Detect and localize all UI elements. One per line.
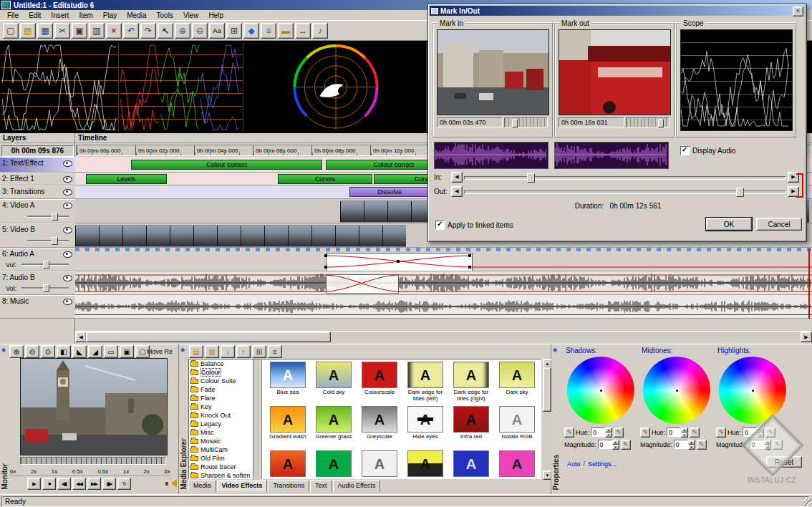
hue-picker-icon[interactable]: ✎ [614, 428, 624, 438]
hue-slider-icon[interactable]: ✎ [640, 428, 650, 438]
spin-down-icon[interactable]: ▼ [681, 433, 688, 438]
folder-item[interactable]: Knock Out [189, 411, 259, 420]
effect-tile[interactable]: A [494, 450, 540, 479]
dialog-title-bar[interactable]: Mark In/Out × [430, 6, 805, 16]
display-audio-checkbox[interactable] [680, 146, 690, 155]
hue-slider-icon[interactable]: ✎ [716, 428, 726, 438]
settings-link[interactable]: Settings... [588, 460, 617, 468]
grid-scrollbar[interactable]: ▲ ▼ [543, 359, 551, 479]
spin-up-icon[interactable]: ▲ [688, 440, 695, 445]
import-icon[interactable]: ↓ [221, 345, 235, 358]
visibility-eye-icon[interactable] [63, 189, 72, 195]
link-icon[interactable]: ↔ [295, 23, 311, 39]
hue-value[interactable]: 0 [591, 428, 605, 437]
monitor-scrub-bar[interactable] [20, 457, 166, 465]
visibility-eye-icon[interactable] [63, 299, 72, 305]
menu-item[interactable]: Edit [24, 11, 45, 20]
menu-item[interactable]: View [179, 11, 203, 20]
cancel-button[interactable]: Cancel [756, 218, 802, 231]
folder-item[interactable]: Colour Suite [189, 377, 259, 385]
visibility-eye-icon[interactable] [63, 203, 72, 209]
spin-up-icon[interactable]: ▲ [605, 428, 612, 433]
layer-slider[interactable] [27, 237, 69, 243]
grid-icon[interactable]: ⊞ [226, 23, 242, 39]
gradient-icon[interactable]: ◧ [57, 345, 71, 358]
ok-button[interactable]: OK [706, 218, 752, 231]
media-tab[interactable]: Media [188, 480, 216, 492]
spin-up-icon[interactable]: ▲ [681, 428, 688, 433]
redo-icon[interactable]: ↷ [140, 23, 156, 39]
magnitude-picker-icon[interactable]: ✎ [697, 440, 707, 450]
effect-tile[interactable]: A Dark edge for titles (right) [448, 362, 494, 406]
menu-item[interactable]: Help [204, 11, 228, 20]
folder-up-icon[interactable]: ▤ [189, 345, 203, 358]
visibility-eye-icon[interactable] [63, 275, 72, 281]
folder-item[interactable]: Route tracer [189, 463, 259, 471]
timeline-hscrollbar[interactable]: ◀ ▶ [75, 331, 812, 342]
effect-tile[interactable]: A [448, 450, 494, 479]
layer-row-music[interactable]: 8: Music [0, 295, 75, 319]
select-tool-icon[interactable]: ↖ [158, 23, 173, 39]
delete-icon[interactable]: × [106, 23, 122, 39]
hue-slider-icon[interactable]: ✎ [564, 428, 574, 438]
prev-frame-button[interactable]: ◀▮ [57, 478, 71, 490]
layer-row-video-b[interactable]: 5: Video B [0, 223, 75, 248]
clips-icon[interactable]: ▬ [278, 23, 294, 39]
zoom-in-icon[interactable]: ⊕ [9, 345, 24, 358]
mark-in-scrub[interactable] [504, 117, 548, 127]
scroll-right-icon[interactable]: ▶ [801, 332, 812, 342]
folder-item[interactable]: Colour [189, 368, 259, 377]
details-view-icon[interactable]: ≡ [268, 345, 282, 358]
menu-item[interactable]: Item [74, 11, 97, 20]
hue-spinner[interactable]: 0 ▲▼ [591, 428, 612, 437]
crop-icon[interactable]: ▭ [104, 345, 118, 358]
copy-icon[interactable]: ▣ [72, 23, 87, 39]
visibility-eye-icon[interactable] [63, 160, 72, 167]
media-tab[interactable]: Transitions [268, 480, 309, 492]
folder-item[interactable]: Legacy [189, 420, 259, 428]
spin-down-icon[interactable]: ▼ [605, 433, 612, 438]
spin-down-icon[interactable]: ▼ [688, 445, 695, 450]
timeline-clip[interactable]: Colour correct [131, 160, 322, 170]
zoom-out-icon[interactable]: ⊖ [25, 345, 39, 358]
color-wheel[interactable] [643, 357, 710, 424]
rewind-button[interactable]: ◀◀ [72, 478, 86, 490]
color-wheel[interactable] [719, 357, 786, 424]
magnitude-value[interactable]: 0 [598, 440, 612, 449]
effect-tile[interactable]: A [402, 450, 448, 479]
volume-slider[interactable] [21, 284, 69, 291]
save-icon[interactable]: ▦ [37, 23, 53, 39]
effect-tile[interactable]: A Infra red [448, 406, 494, 450]
new-icon[interactable]: ▢ [3, 23, 19, 39]
folder-item[interactable]: Old Film [189, 454, 259, 463]
play-button[interactable]: ▶ [27, 478, 41, 490]
out-slider[interactable] [464, 187, 786, 196]
snap-icon[interactable]: ◆ [243, 23, 259, 39]
panel-handle-icon[interactable]: ◆ [180, 347, 185, 353]
menu-item[interactable]: Media [122, 11, 150, 20]
folder-item[interactable]: Fade [189, 385, 259, 394]
cut-icon[interactable]: ✂ [54, 23, 70, 39]
stop-button[interactable]: ■ [42, 478, 56, 490]
panel-handle-icon[interactable]: ◆ [1, 347, 6, 353]
menu-item[interactable]: Insert [47, 11, 73, 20]
wipe-upper-icon[interactable]: ◢ [88, 345, 102, 358]
panel-handle-icon[interactable]: ◆ [553, 347, 557, 353]
layer-row-text-effect[interactable]: 1: Text/Effect [0, 157, 75, 173]
tracks-icon[interactable]: ≡ [261, 23, 276, 39]
visibility-eye-icon[interactable] [63, 227, 72, 233]
media-tab[interactable]: Audio Effects [333, 480, 381, 492]
close-icon[interactable]: × [793, 6, 803, 16]
timeline-clip[interactable]: Levels [86, 174, 167, 184]
hue-value[interactable]: 0 [667, 428, 681, 437]
layer-row-video-a[interactable]: 4: Video A [0, 199, 75, 223]
export-icon[interactable]: ↑ [236, 345, 251, 358]
magnitude-picker-icon[interactable]: ✎ [621, 440, 631, 450]
out-left-arrow-icon[interactable]: ◀ [451, 186, 463, 197]
menu-item[interactable]: Play [99, 11, 121, 20]
folder-item[interactable]: MultiCam [189, 445, 259, 454]
scroll-thumb[interactable] [86, 332, 331, 342]
in-slider[interactable] [464, 173, 786, 182]
track-audio-a[interactable] [75, 248, 812, 271]
spin-down-icon[interactable]: ▼ [612, 445, 619, 450]
